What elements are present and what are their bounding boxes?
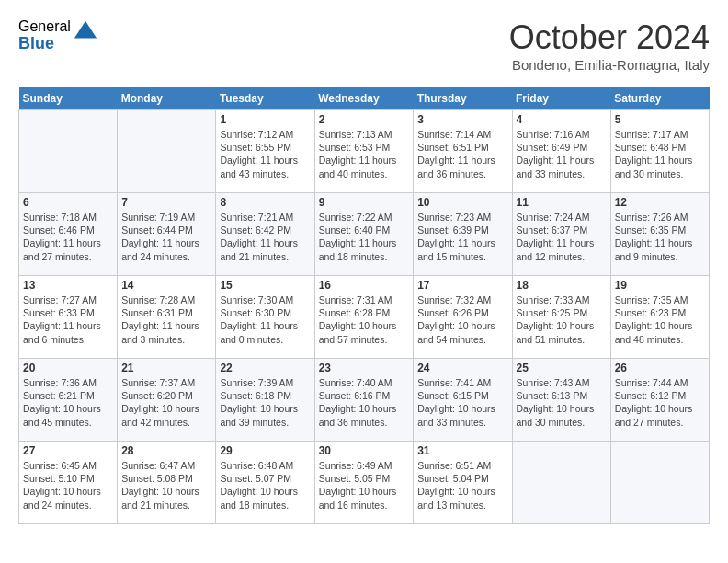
day-info: Sunrise: 7:44 AM Sunset: 6:12 PM Dayligh… bbox=[615, 376, 705, 429]
day-info: Sunrise: 6:48 AM Sunset: 5:07 PM Dayligh… bbox=[220, 459, 310, 511]
day-number: 27 bbox=[23, 444, 113, 457]
day-info: Sunrise: 7:22 AM Sunset: 6:40 PM Dayligh… bbox=[319, 211, 410, 263]
calendar-cell bbox=[19, 110, 118, 193]
day-info: Sunrise: 7:30 AM Sunset: 6:30 PM Dayligh… bbox=[220, 293, 310, 346]
day-info: Sunrise: 7:36 AM Sunset: 6:21 PM Dayligh… bbox=[23, 376, 113, 429]
day-info: Sunrise: 6:51 AM Sunset: 5:04 PM Dayligh… bbox=[417, 459, 507, 511]
day-number: 12 bbox=[615, 196, 705, 209]
calendar-cell: 22Sunrise: 7:39 AM Sunset: 6:18 PM Dayli… bbox=[216, 359, 314, 442]
calendar-week-row: 13Sunrise: 7:27 AM Sunset: 6:33 PM Dayli… bbox=[19, 276, 710, 359]
day-number: 22 bbox=[220, 362, 310, 374]
calendar-week-row: 20Sunrise: 7:36 AM Sunset: 6:21 PM Dayli… bbox=[19, 359, 710, 442]
day-info: Sunrise: 7:16 AM Sunset: 6:49 PM Dayligh… bbox=[517, 128, 607, 180]
day-info: Sunrise: 7:12 AM Sunset: 6:55 PM Dayligh… bbox=[220, 128, 310, 180]
day-number: 4 bbox=[517, 113, 607, 126]
calendar-week-row: 6Sunrise: 7:18 AM Sunset: 6:46 PM Daylig… bbox=[19, 193, 710, 276]
calendar-cell: 13Sunrise: 7:27 AM Sunset: 6:33 PM Dayli… bbox=[19, 276, 118, 359]
day-info: Sunrise: 7:43 AM Sunset: 6:13 PM Dayligh… bbox=[517, 376, 607, 429]
weekday-header-friday: Friday bbox=[512, 87, 610, 110]
calendar-cell: 14Sunrise: 7:28 AM Sunset: 6:31 PM Dayli… bbox=[118, 276, 216, 359]
logo-blue: Blue bbox=[18, 35, 71, 53]
calendar-cell: 23Sunrise: 7:40 AM Sunset: 6:16 PM Dayli… bbox=[314, 359, 414, 442]
day-number: 10 bbox=[417, 196, 507, 209]
day-number: 20 bbox=[23, 362, 113, 374]
weekday-header-monday: Monday bbox=[118, 87, 216, 110]
day-number: 9 bbox=[319, 196, 410, 209]
calendar-cell: 20Sunrise: 7:36 AM Sunset: 6:21 PM Dayli… bbox=[19, 359, 118, 442]
weekday-header-tuesday: Tuesday bbox=[216, 87, 314, 110]
day-number: 28 bbox=[121, 444, 211, 457]
calendar-cell: 3Sunrise: 7:14 AM Sunset: 6:51 PM Daylig… bbox=[414, 110, 512, 193]
page-header: General Blue October 2024 Bondeno, Emili… bbox=[18, 18, 710, 73]
calendar-cell: 16Sunrise: 7:31 AM Sunset: 6:28 PM Dayli… bbox=[314, 276, 414, 359]
calendar-header-row: SundayMondayTuesdayWednesdayThursdayFrid… bbox=[19, 87, 710, 110]
day-number: 8 bbox=[220, 196, 310, 209]
day-number: 23 bbox=[319, 362, 410, 374]
day-number: 6 bbox=[23, 196, 113, 209]
calendar-cell: 11Sunrise: 7:24 AM Sunset: 6:37 PM Dayli… bbox=[512, 193, 610, 276]
day-info: Sunrise: 7:26 AM Sunset: 6:35 PM Dayligh… bbox=[615, 211, 705, 263]
logo-general: General bbox=[18, 18, 71, 35]
day-info: Sunrise: 7:19 AM Sunset: 6:44 PM Dayligh… bbox=[121, 211, 211, 263]
day-info: Sunrise: 7:17 AM Sunset: 6:48 PM Dayligh… bbox=[615, 128, 705, 180]
calendar-cell bbox=[610, 442, 709, 524]
day-number: 2 bbox=[319, 113, 410, 126]
calendar-cell: 8Sunrise: 7:21 AM Sunset: 6:42 PM Daylig… bbox=[216, 193, 314, 276]
month-title: October 2024 bbox=[509, 18, 710, 57]
calendar-cell: 24Sunrise: 7:41 AM Sunset: 6:15 PM Dayli… bbox=[414, 359, 512, 442]
calendar-cell: 6Sunrise: 7:18 AM Sunset: 6:46 PM Daylig… bbox=[19, 193, 118, 276]
day-info: Sunrise: 7:18 AM Sunset: 6:46 PM Dayligh… bbox=[23, 211, 113, 263]
day-number: 25 bbox=[517, 362, 607, 374]
weekday-header-thursday: Thursday bbox=[414, 87, 512, 110]
calendar-cell: 17Sunrise: 7:32 AM Sunset: 6:26 PM Dayli… bbox=[414, 276, 512, 359]
location: Bondeno, Emilia-Romagna, Italy bbox=[509, 57, 710, 73]
calendar-cell: 12Sunrise: 7:26 AM Sunset: 6:35 PM Dayli… bbox=[610, 193, 709, 276]
calendar-cell: 9Sunrise: 7:22 AM Sunset: 6:40 PM Daylig… bbox=[314, 193, 414, 276]
day-info: Sunrise: 7:23 AM Sunset: 6:39 PM Dayligh… bbox=[417, 211, 507, 263]
day-number: 11 bbox=[517, 196, 607, 209]
day-info: Sunrise: 7:39 AM Sunset: 6:18 PM Dayligh… bbox=[220, 376, 310, 429]
calendar-cell: 2Sunrise: 7:13 AM Sunset: 6:53 PM Daylig… bbox=[314, 110, 414, 193]
calendar-cell: 30Sunrise: 6:49 AM Sunset: 5:05 PM Dayli… bbox=[314, 442, 414, 524]
calendar-table: SundayMondayTuesdayWednesdayThursdayFrid… bbox=[18, 87, 710, 524]
calendar-cell: 27Sunrise: 6:45 AM Sunset: 5:10 PM Dayli… bbox=[19, 442, 118, 524]
calendar-cell: 19Sunrise: 7:35 AM Sunset: 6:23 PM Dayli… bbox=[610, 276, 709, 359]
calendar-cell: 15Sunrise: 7:30 AM Sunset: 6:30 PM Dayli… bbox=[216, 276, 314, 359]
calendar-cell: 5Sunrise: 7:17 AM Sunset: 6:48 PM Daylig… bbox=[610, 110, 709, 193]
day-info: Sunrise: 7:28 AM Sunset: 6:31 PM Dayligh… bbox=[121, 293, 211, 346]
day-number: 14 bbox=[121, 279, 211, 292]
day-number: 15 bbox=[220, 279, 310, 292]
calendar-cell: 4Sunrise: 7:16 AM Sunset: 6:49 PM Daylig… bbox=[512, 110, 610, 193]
calendar-cell: 29Sunrise: 6:48 AM Sunset: 5:07 PM Dayli… bbox=[216, 442, 314, 524]
day-number: 19 bbox=[615, 279, 705, 292]
day-number: 13 bbox=[23, 279, 113, 292]
day-number: 31 bbox=[417, 444, 507, 457]
title-area: October 2024 Bondeno, Emilia-Romagna, It… bbox=[509, 18, 710, 73]
day-number: 5 bbox=[615, 113, 705, 126]
day-number: 21 bbox=[121, 362, 211, 374]
day-number: 30 bbox=[319, 444, 410, 457]
day-info: Sunrise: 6:49 AM Sunset: 5:05 PM Dayligh… bbox=[319, 459, 410, 511]
day-number: 18 bbox=[517, 279, 607, 292]
day-info: Sunrise: 7:27 AM Sunset: 6:33 PM Dayligh… bbox=[23, 293, 113, 346]
day-info: Sunrise: 7:21 AM Sunset: 6:42 PM Dayligh… bbox=[220, 211, 310, 263]
day-info: Sunrise: 7:40 AM Sunset: 6:16 PM Dayligh… bbox=[319, 376, 410, 429]
day-number: 16 bbox=[319, 279, 410, 292]
svg-marker-0 bbox=[74, 21, 97, 39]
day-info: Sunrise: 7:14 AM Sunset: 6:51 PM Dayligh… bbox=[417, 128, 507, 180]
calendar-cell: 18Sunrise: 7:33 AM Sunset: 6:25 PM Dayli… bbox=[512, 276, 610, 359]
weekday-header-wednesday: Wednesday bbox=[314, 87, 414, 110]
day-number: 29 bbox=[220, 444, 310, 457]
day-info: Sunrise: 7:24 AM Sunset: 6:37 PM Dayligh… bbox=[517, 211, 607, 263]
calendar-cell: 10Sunrise: 7:23 AM Sunset: 6:39 PM Dayli… bbox=[414, 193, 512, 276]
calendar-cell: 25Sunrise: 7:43 AM Sunset: 6:13 PM Dayli… bbox=[512, 359, 610, 442]
day-info: Sunrise: 7:13 AM Sunset: 6:53 PM Dayligh… bbox=[319, 128, 410, 180]
weekday-header-saturday: Saturday bbox=[610, 87, 709, 110]
calendar-week-row: 27Sunrise: 6:45 AM Sunset: 5:10 PM Dayli… bbox=[19, 442, 710, 524]
calendar-cell: 7Sunrise: 7:19 AM Sunset: 6:44 PM Daylig… bbox=[118, 193, 216, 276]
calendar-cell bbox=[118, 110, 216, 193]
calendar-week-row: 1Sunrise: 7:12 AM Sunset: 6:55 PM Daylig… bbox=[19, 110, 710, 193]
calendar-cell: 31Sunrise: 6:51 AM Sunset: 5:04 PM Dayli… bbox=[414, 442, 512, 524]
calendar-cell: 1Sunrise: 7:12 AM Sunset: 6:55 PM Daylig… bbox=[216, 110, 314, 193]
logo-text: General Blue bbox=[18, 18, 71, 52]
